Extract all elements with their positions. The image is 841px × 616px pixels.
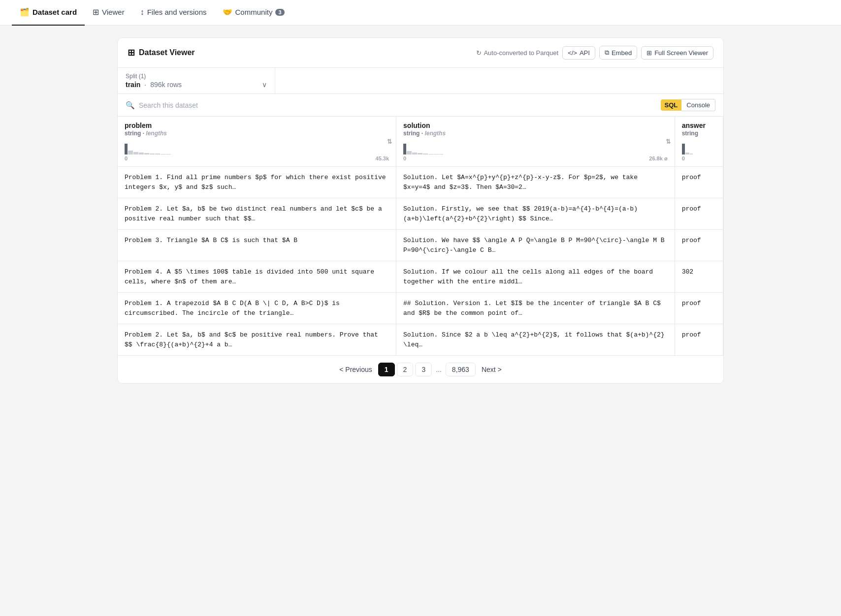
embed-label: Embed [612,49,632,57]
table-body: Problem 1. Find all prime numbers $p$ fo… [118,167,723,356]
page-3-button[interactable]: 3 [415,363,432,376]
hist-bar [682,144,685,154]
page-last-button[interactable]: 8,963 [446,363,476,376]
hist-bar [685,153,689,154]
embed-button[interactable]: ⧉ Embed [599,46,637,60]
api-button[interactable]: </> API [562,46,595,60]
main-content: ⊞ Dataset Viewer ↻ Auto-converted to Par… [105,26,736,396]
hist-bar [166,154,171,154]
table-row: Problem 1. A trapezoid $A B C D(A B \| C… [118,293,723,324]
col-solution-subtype: lengths [424,130,446,137]
col-header-answer: answer string [675,117,723,167]
dataset-viewer-title: Dataset Viewer [139,48,195,57]
hist-bar [439,154,443,154]
hist-scale-problem: 0 45.3k [125,155,389,161]
community-badge: 3 [275,9,284,16]
page-2-button[interactable]: 2 [397,363,414,376]
cell-solution-3: Solution. If we colour all the cells alo… [396,261,675,293]
pagination: < Previous 1 2 3 ... 8,963 Next > [118,355,723,383]
full-screen-button[interactable]: ⊞ Full Screen Viewer [641,46,713,60]
split-name: train [126,81,140,89]
card-title: ⊞ Dataset Viewer [128,47,195,58]
viewer-icon: ⊞ [93,7,99,17]
hist-scale-solution: 0 26.8k ø [403,155,668,161]
chevron-down-icon: ∨ [262,81,267,89]
sort-icon-solution[interactable]: ⇅ [666,138,671,145]
cell-problem-1: Problem 2. Let $a, b$ be two distinct re… [118,198,396,230]
table-row: Problem 2. Let $a, b$ be two distinct re… [118,198,723,230]
hist-min-solution: 0 [403,155,406,161]
hist-bar [144,153,149,154]
col-problem-type: string · lengths [125,130,389,137]
col-problem-subtype: lengths [146,130,167,137]
problem-text-4: Problem 1. A trapezoid $A B C D(A B \| C… [125,299,389,318]
tab-files-versions[interactable]: ↕ Files and versions [132,0,215,26]
hist-max-problem: 45.3k [376,155,389,161]
table-row: Problem 2. Let $a, b$ and $c$ be positiv… [118,324,723,356]
community-icon: 🤝 [223,7,232,17]
api-label: API [580,49,590,57]
table-row: Problem 4. A $5 \times 100$ table is div… [118,261,723,293]
cell-solution-5: Solution. Since $2 a b \leq a^{2}+b^{2}$… [396,324,675,356]
cell-problem-3: Problem 4. A $5 \times 100$ table is div… [118,261,396,293]
problem-text-3: Problem 4. A $5 \times 100$ table is div… [125,267,389,286]
split-selector[interactable]: Split (1) train · 896k rows ∨ [118,68,275,93]
hist-bar [434,154,439,154]
split-label: Split (1) [126,73,267,80]
prev-button[interactable]: < Previous [335,363,376,376]
col-solution-name: solution [403,122,668,129]
split-row: Split (1) train · 896k rows ∨ [118,68,723,94]
auto-converted-link[interactable]: ↻ Auto-converted to Parquet [476,49,558,57]
next-button[interactable]: Next > [478,363,506,376]
page-1-button[interactable]: 1 [378,363,395,376]
cell-solution-1: Solution. Firstly, we see that $$ 2019(a… [396,198,675,230]
col-answer-hist: 0 [682,141,716,161]
hist-bars-answer [682,141,716,154]
search-input[interactable] [139,101,336,109]
col-solution-hist: 0 26.8k ø [403,141,668,161]
card-header: ⊞ Dataset Viewer ↻ Auto-converted to Par… [118,38,723,68]
hist-bars-solution [403,141,668,154]
files-icon: ↕ [140,8,144,17]
hist-bar [690,154,693,154]
search-row: 🔍 SQL Console [118,94,723,117]
sort-icon-problem[interactable]: ⇅ [387,138,392,145]
console-button[interactable]: Console [681,99,715,111]
col-problem-name: problem [125,122,389,129]
tab-community-label: Community [235,8,273,16]
hist-bar [161,154,165,154]
auto-converted-label: Auto-converted to Parquet [484,49,558,57]
col-header-problem: problem string · lengths [118,117,396,167]
hist-bar [423,154,428,154]
code-icon: </> [568,49,577,57]
cell-problem-4: Problem 1. A trapezoid $A B C D(A B \| C… [118,293,396,324]
cell-answer-3: 302 [675,261,723,293]
table-row: Problem 3. Triangle $A B C$ is such that… [118,230,723,261]
hist-bar [125,144,128,154]
tab-viewer[interactable]: ⊞ Viewer [85,0,132,26]
col-problem-hist: 0 45.3k [125,141,389,161]
header-actions: ↻ Auto-converted to Parquet </> API ⧉ Em… [476,46,713,60]
hist-bars-problem [125,141,389,154]
col-answer-name: answer [682,122,716,129]
cell-problem-2: Problem 3. Triangle $A B C$ is such that… [118,230,396,261]
table-header-row: problem string · lengths [118,117,723,167]
table-row: Problem 1. Find all prime numbers $p$ fo… [118,167,723,198]
sql-console-group: SQL Console [661,99,715,111]
col-problem-type-text: string [125,130,141,137]
cell-answer-5: proof [675,324,723,356]
sql-badge: SQL [661,99,682,111]
data-table: problem string · lengths [118,117,723,355]
hist-bar [428,154,433,154]
problem-text-5: Problem 2. Let $a, b$ and $c$ be positiv… [125,330,389,349]
tab-community[interactable]: 🤝 Community 3 [215,0,292,26]
cell-solution-4: ## Solution. Version 1. Let $I$ be the i… [396,293,675,324]
col-header-solution: solution string · lengths [396,117,675,167]
full-screen-icon: ⊞ [647,49,652,57]
hist-bar [150,154,155,154]
split-value-row: train · 896k rows ∨ [126,81,267,89]
viewer-card: ⊞ Dataset Viewer ↻ Auto-converted to Par… [117,37,724,384]
table-container: problem string · lengths [118,117,723,355]
tab-dataset-card[interactable]: 🗂️ Dataset card [12,0,85,26]
split-right-panel [275,68,723,93]
